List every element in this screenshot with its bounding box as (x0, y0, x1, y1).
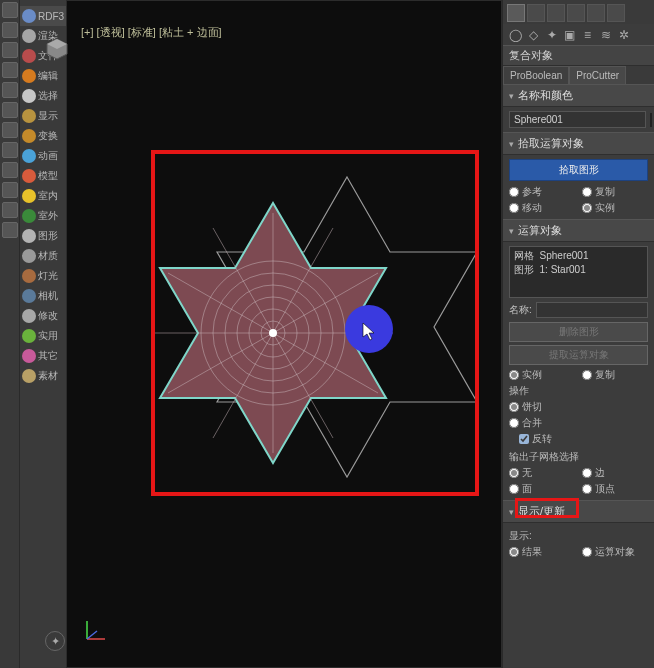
space-warps-icon[interactable]: ≋ (598, 27, 613, 42)
list-item[interactable]: 图形 1: Star001 (514, 263, 643, 277)
inverse-checkbox[interactable] (519, 434, 529, 444)
tab-create-icon[interactable] (507, 4, 525, 22)
pick-shape-button[interactable]: 拾取图形 (509, 159, 648, 181)
category-item[interactable]: 变换 (20, 126, 66, 146)
radio-input[interactable] (509, 484, 519, 494)
systems-icon[interactable]: ✲ (616, 27, 631, 42)
category-icon (22, 309, 36, 323)
radio-input[interactable] (509, 187, 519, 197)
radio-option[interactable]: 合并 (509, 416, 648, 430)
tool-icon[interactable] (2, 2, 18, 18)
geometry-icon[interactable]: ◯ (508, 27, 523, 42)
category-item[interactable]: 选择 (20, 86, 66, 106)
viewcube-icon[interactable] (45, 37, 69, 61)
rollout-pick-operand[interactable]: 拾取运算对象 (503, 132, 654, 155)
radio-input[interactable] (509, 370, 519, 380)
radio-option[interactable]: 复制 (582, 185, 649, 199)
radio-input[interactable] (582, 468, 592, 478)
radio-option[interactable]: 复制 (582, 368, 649, 382)
name-label: 名称: (509, 303, 532, 317)
rollout-operands[interactable]: 运算对象 (503, 219, 654, 242)
lights-icon[interactable]: ✦ (544, 27, 559, 42)
axis-gizmo-icon (81, 615, 111, 645)
extract-operand-button[interactable]: 提取运算对象 (509, 345, 648, 365)
tool-icon[interactable] (2, 42, 18, 58)
category-dropdown[interactable]: 复合对象 (503, 45, 654, 66)
category-label: 相机 (38, 289, 58, 303)
tab-motion-icon[interactable] (567, 4, 585, 22)
tool-icon[interactable] (2, 82, 18, 98)
radio-option[interactable]: 移动 (509, 201, 576, 215)
radio-input[interactable] (509, 547, 519, 557)
radio-option[interactable]: 结果 (509, 545, 576, 559)
category-item[interactable]: 模型 (20, 166, 66, 186)
tab-procutter[interactable]: ProCutter (569, 66, 626, 84)
tool-icon[interactable] (2, 202, 18, 218)
category-item[interactable]: 灯光 (20, 266, 66, 286)
radio-input[interactable] (509, 418, 519, 428)
object-color-swatch[interactable] (650, 113, 652, 127)
radio-input[interactable] (582, 547, 592, 557)
tool-icon[interactable] (2, 122, 18, 138)
operands-listbox[interactable]: 网格 Sphere001图形 1: Star001 (509, 246, 648, 298)
radio-input[interactable] (509, 402, 519, 412)
category-item[interactable]: 修改 (20, 306, 66, 326)
radio-option[interactable]: 实例 (509, 368, 576, 382)
tool-icon[interactable] (2, 62, 18, 78)
rollout-display-update[interactable]: 显示/更新 (503, 500, 654, 523)
category-icon (22, 149, 36, 163)
category-label: 模型 (38, 169, 58, 183)
delete-shape-button[interactable]: 删除图形 (509, 322, 648, 342)
category-icon (22, 369, 36, 383)
tab-display-icon[interactable] (587, 4, 605, 22)
category-item[interactable]: 材质 (20, 246, 66, 266)
category-item[interactable]: 实用 (20, 326, 66, 346)
category-item[interactable]: 室内 (20, 186, 66, 206)
category-item[interactable]: RDF3 (20, 6, 66, 26)
category-item[interactable]: 编辑 (20, 66, 66, 86)
category-item[interactable]: 动画 (20, 146, 66, 166)
radio-option[interactable]: 顶点 (582, 482, 649, 496)
category-label: 图形 (38, 229, 58, 243)
shapes-icon[interactable]: ◇ (526, 27, 541, 42)
category-item[interactable]: 素材 (20, 366, 66, 386)
category-icon (22, 29, 36, 43)
category-item[interactable]: 相机 (20, 286, 66, 306)
gear-icon[interactable]: ✦ (45, 631, 65, 651)
category-item[interactable]: 显示 (20, 106, 66, 126)
list-item[interactable]: 网格 Sphere001 (514, 249, 643, 263)
tool-icon[interactable] (2, 102, 18, 118)
tool-icon[interactable] (2, 142, 18, 158)
category-item[interactable]: 其它 (20, 346, 66, 366)
radio-option[interactable]: 无 (509, 466, 576, 480)
radio-input[interactable] (582, 187, 592, 197)
tab-hierarchy-icon[interactable] (547, 4, 565, 22)
radio-input[interactable] (509, 203, 519, 213)
helpers-icon[interactable]: ≡ (580, 27, 595, 42)
tool-icon[interactable] (2, 162, 18, 178)
tool-icon[interactable] (2, 22, 18, 38)
tab-utilities-icon[interactable] (607, 4, 625, 22)
cameras-icon[interactable]: ▣ (562, 27, 577, 42)
viewport[interactable]: [+] [透视] [标准] [粘土 + 边面] (66, 0, 502, 668)
tab-modify-icon[interactable] (527, 4, 545, 22)
radio-option[interactable]: 饼切 (509, 400, 648, 414)
operand-name-input[interactable] (536, 302, 648, 318)
rollout-name-color[interactable]: 名称和颜色 (503, 84, 654, 107)
radio-option[interactable]: 面 (509, 482, 576, 496)
tool-icon[interactable] (2, 182, 18, 198)
radio-option[interactable]: 参考 (509, 185, 576, 199)
object-name-input[interactable] (509, 111, 646, 128)
radio-option[interactable]: 运算对象 (582, 545, 649, 559)
category-item[interactable]: 图形 (20, 226, 66, 246)
tab-proboolean[interactable]: ProBoolean (503, 66, 569, 84)
radio-input[interactable] (582, 370, 592, 380)
radio-option[interactable]: 实例 (582, 201, 649, 215)
radio-input[interactable] (582, 484, 592, 494)
output-label: 输出子网格选择 (509, 450, 648, 464)
tool-icon[interactable] (2, 222, 18, 238)
category-item[interactable]: 室外 (20, 206, 66, 226)
radio-input[interactable] (582, 203, 592, 213)
radio-option[interactable]: 边 (582, 466, 649, 480)
radio-input[interactable] (509, 468, 519, 478)
